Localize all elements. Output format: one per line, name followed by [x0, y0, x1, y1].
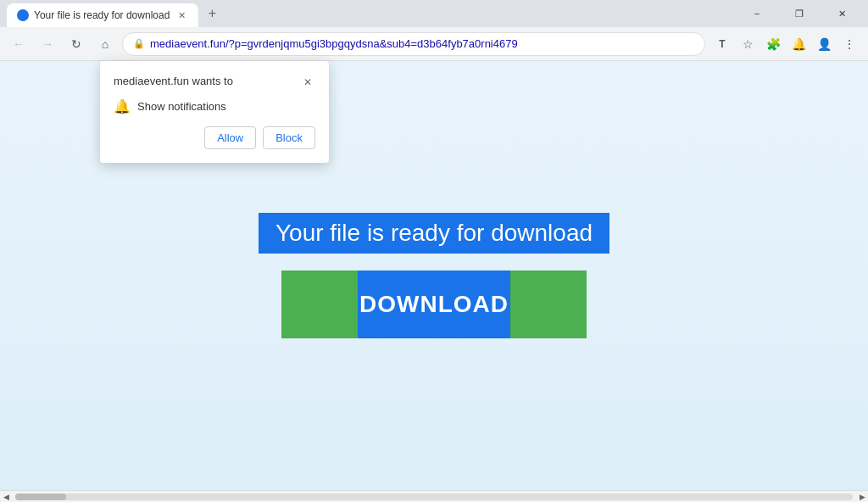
window-controls: − ❐ ✕	[737, 0, 861, 27]
tab-bar: Your file is ready for download ✕ +	[7, 0, 737, 27]
close-button[interactable]: ✕	[822, 0, 861, 27]
allow-button[interactable]: Allow	[204, 126, 256, 149]
notification-popup: mediaevent.fun wants to ✕ 🔔 Show notific…	[100, 61, 329, 163]
notification-icon[interactable]: 🔔	[787, 32, 810, 56]
page-headline: Your file is ready for download	[259, 213, 609, 254]
popup-notification-row: 🔔 Show notifications	[114, 98, 315, 114]
download-center-button[interactable]: DOWNLOAD	[358, 271, 510, 338]
block-button[interactable]: Block	[263, 126, 315, 149]
scrollbar-container: ◀ ▶	[0, 490, 868, 502]
popup-title: mediaevent.fun wants to	[114, 75, 233, 87]
url-text: mediaevent.fun/?p=gvrdenjqmu5gi3bpgqydsn…	[150, 37, 518, 50]
download-button-wrapper[interactable]: DOWNLOAD	[281, 271, 587, 338]
bell-icon: 🔔	[114, 98, 131, 114]
scrollbar-track[interactable]	[15, 494, 853, 500]
active-tab[interactable]: Your file is ready for download ✕	[7, 3, 198, 27]
toolbar-icons: T ☆ 🧩 🔔 👤 ⋮	[710, 32, 861, 56]
page-content: mediaevent.fun wants to ✕ 🔔 Show notific…	[0, 61, 868, 490]
lock-icon: 🔒	[133, 38, 145, 49]
scroll-right-arrow[interactable]: ▶	[856, 491, 868, 503]
popup-header: mediaevent.fun wants to ✕	[114, 75, 315, 90]
popup-actions: Allow Block	[114, 126, 315, 149]
new-tab-button[interactable]: +	[202, 3, 222, 24]
tab-title: Your file is ready for download	[34, 9, 170, 21]
tab-favicon	[17, 9, 29, 21]
tab-close-icon[interactable]: ✕	[175, 8, 188, 22]
back-button[interactable]: ←	[7, 32, 31, 56]
forward-button[interactable]: →	[36, 32, 59, 56]
extension-icon[interactable]: 🧩	[761, 32, 785, 56]
url-bar[interactable]: 🔒 mediaevent.fun/?p=gvrdenjqmu5gi3bpgqyd…	[122, 32, 705, 56]
minimize-button[interactable]: −	[737, 0, 776, 27]
translate-icon[interactable]: T	[710, 32, 734, 56]
popup-notification-label: Show notifications	[137, 100, 226, 113]
scroll-left-arrow[interactable]: ◀	[0, 491, 12, 503]
addressbar: ← → ↻ ⌂ 🔒 mediaevent.fun/?p=gvrdenjqmu5g…	[0, 27, 868, 61]
download-left-accent	[281, 271, 358, 338]
scrollbar-thumb[interactable]	[15, 494, 66, 500]
download-right-accent	[510, 271, 587, 338]
popup-close-icon[interactable]: ✕	[300, 75, 315, 90]
profile-icon[interactable]: 👤	[812, 32, 836, 56]
menu-icon[interactable]: ⋮	[837, 32, 861, 56]
home-button[interactable]: ⌂	[93, 32, 117, 56]
bookmark-icon[interactable]: ☆	[736, 32, 760, 56]
restore-button[interactable]: ❐	[780, 0, 819, 27]
reload-button[interactable]: ↻	[64, 32, 88, 56]
titlebar: Your file is ready for download ✕ + − ❐ …	[0, 0, 868, 27]
